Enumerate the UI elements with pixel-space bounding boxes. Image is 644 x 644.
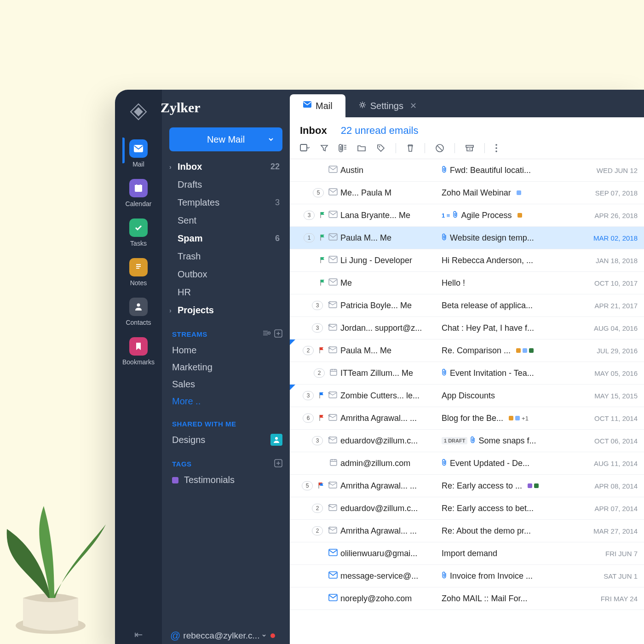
svg-point-18 <box>495 147 497 149</box>
tag-icon[interactable] <box>376 144 385 153</box>
folder-inbox[interactable]: ›Inbox22 <box>165 158 287 176</box>
tab-label: Settings <box>370 101 403 111</box>
message-row[interactable]: admin@zillum.com Event Updated - De... A… <box>290 452 644 475</box>
rail-bookmarks[interactable]: Bookmarks <box>122 333 155 372</box>
folder-label: Spam <box>178 233 202 244</box>
message-row[interactable]: 3 Lana Bryante... Me 1 ≡ Agile Process A… <box>290 204 644 227</box>
message-row[interactable]: 2 eduardov@zillum.c... Re: Early access … <box>290 497 644 520</box>
message-row[interactable]: 2 ITTeam Zillum... Me Event Invitation -… <box>290 362 644 385</box>
message-row[interactable]: 3 Jordan... support@z... Chat : Hey Pat,… <box>290 317 644 339</box>
rail-contacts[interactable]: Contacts <box>122 293 155 333</box>
tags-add-icon[interactable] <box>274 459 282 469</box>
thread-count: 6 <box>303 414 314 423</box>
thread-count: 2 <box>312 526 323 535</box>
streams-settings-icon[interactable] <box>262 329 270 339</box>
archive-icon[interactable] <box>465 144 474 152</box>
folder-sent[interactable]: Sent <box>165 212 287 230</box>
folder-drafts[interactable]: Drafts <box>165 176 287 194</box>
message-row[interactable]: message-service@... Invoice from Invoice… <box>290 565 644 587</box>
streams-add-icon[interactable] <box>274 329 282 339</box>
flag-icon <box>318 391 325 400</box>
message-subject: Re. Comparison ... <box>442 346 582 356</box>
message-row[interactable]: Austin Fwd: Beautiful locati... WED JUN … <box>290 159 644 182</box>
stream-sales[interactable]: Sales <box>162 376 290 393</box>
unread-count-link[interactable]: 22 unread emails <box>341 125 419 137</box>
folder-outbox[interactable]: Outbox <box>165 265 287 283</box>
current-folder-name: Inbox <box>300 125 327 137</box>
message-row[interactable]: 1 Paula M... Me Website design temp... M… <box>290 227 644 249</box>
folder-templates[interactable]: Templates3 <box>165 194 287 212</box>
message-row[interactable]: 2 Amritha Agrawal... ... Re: About the d… <box>290 520 644 542</box>
svg-rect-24 <box>329 256 337 263</box>
message-row[interactable]: 3 Zombie Cutters... le... App Discounts … <box>290 385 644 407</box>
envelope-icon <box>328 256 338 265</box>
message-date: SAT JUN 1 <box>582 572 638 580</box>
delete-icon[interactable] <box>406 144 414 153</box>
thread-count: 2 <box>303 346 314 355</box>
svg-point-14 <box>379 146 380 148</box>
message-row[interactable]: 2 Paula M... Me Re. Comparison ... JUL 2… <box>290 339 644 362</box>
message-date: AUG 11, 2014 <box>582 460 638 467</box>
spam-icon[interactable] <box>435 144 444 153</box>
message-subject: Zoho MAIL :: Mail For... <box>442 594 582 604</box>
shared-designs[interactable]: Designs <box>162 431 290 449</box>
svg-rect-33 <box>330 460 337 466</box>
rail-tasks[interactable]: Tasks <box>122 214 155 253</box>
message-date: MAY 05, 2016 <box>582 369 638 377</box>
message-row[interactable]: 3 Patricia Boyle... Me Beta release of a… <box>290 294 644 317</box>
folder-hr[interactable]: HR <box>165 283 287 301</box>
more-menu-icon[interactable] <box>495 144 498 153</box>
paperclip-icon <box>470 436 476 445</box>
message-subject: Re: About the demo pr... <box>442 526 582 536</box>
envelope-icon <box>328 549 338 558</box>
app-rail: MailCalendarTasksNotesContactsBookmarks … <box>115 90 162 644</box>
calendar-icon <box>129 179 148 197</box>
envelope-icon <box>329 368 338 379</box>
message-row[interactable]: Me Hello ! OCT 10, 2017 <box>290 272 644 294</box>
message-row[interactable]: Li Jung - Developer Hi Rebecca Anderson,… <box>290 249 644 272</box>
message-date: JUL 29, 2016 <box>582 347 638 355</box>
folder-move-icon[interactable] <box>357 144 366 152</box>
folder-trash[interactable]: Trash <box>165 247 287 265</box>
rail-label: Calendar <box>126 200 152 207</box>
svg-rect-13 <box>300 144 307 151</box>
folder-label: HR <box>178 287 191 298</box>
message-from: Paula M... Me <box>340 233 442 243</box>
message-row[interactable]: 6 Amritha Agrawal... ... Blog for the Be… <box>290 407 644 430</box>
svg-point-7 <box>268 332 270 334</box>
thread-count: 3 <box>304 211 315 220</box>
rail-mail[interactable]: Mail <box>122 135 155 174</box>
message-date: APR 07, 2014 <box>582 505 638 512</box>
tag-testimonials[interactable]: Testimonials <box>162 472 290 489</box>
account-switcher[interactable]: @ rebecca@zylker.c... <box>162 623 290 644</box>
attachment-filter-icon[interactable] <box>339 144 347 153</box>
folder-spam[interactable]: Spam6 <box>165 230 287 247</box>
message-row[interactable]: 5 Me... Paula M Zoho Mail Webinar SEP 07… <box>290 182 644 204</box>
select-all-checkbox[interactable] <box>300 144 310 152</box>
collapse-rail-button[interactable]: ⇤ <box>134 629 143 644</box>
tab-settings[interactable]: Settings✕ <box>345 94 430 117</box>
message-row[interactable]: noreply@zoho.com Zoho MAIL :: Mail For..… <box>290 587 644 610</box>
flag-icon <box>319 234 326 242</box>
message-subject: App Discounts <box>442 391 582 401</box>
thread-count: 5 <box>302 481 313 490</box>
stream-home[interactable]: Home <box>162 342 290 359</box>
rail-calendar[interactable]: Calendar <box>122 174 155 214</box>
folder-projects[interactable]: ›Projects <box>165 301 287 319</box>
close-icon[interactable]: ✕ <box>410 101 417 111</box>
message-row[interactable]: olilienwuaru@gmai... Import demand FRI J… <box>290 542 644 565</box>
rail-notes[interactable]: Notes <box>122 253 155 293</box>
filter-icon[interactable] <box>320 144 328 152</box>
message-date: MAY 15, 2015 <box>582 392 638 400</box>
streams-more[interactable]: More .. <box>162 393 290 410</box>
thread-indicator-icon <box>290 385 295 390</box>
tab-mail[interactable]: Mail <box>290 94 345 117</box>
message-date: OCT 06, 2014 <box>582 437 638 445</box>
envelope-icon <box>328 278 338 288</box>
envelope-icon <box>328 571 338 581</box>
new-mail-button[interactable]: New Mail <box>169 127 282 151</box>
envelope-icon <box>328 391 338 401</box>
message-row[interactable]: 3 eduardov@zillum.c... 1 DRAFT Some snap… <box>290 430 644 452</box>
message-row[interactable]: 5 Amritha Agrawal... ... Re: Early acces… <box>290 475 644 497</box>
stream-marketing[interactable]: Marketing <box>162 359 290 376</box>
